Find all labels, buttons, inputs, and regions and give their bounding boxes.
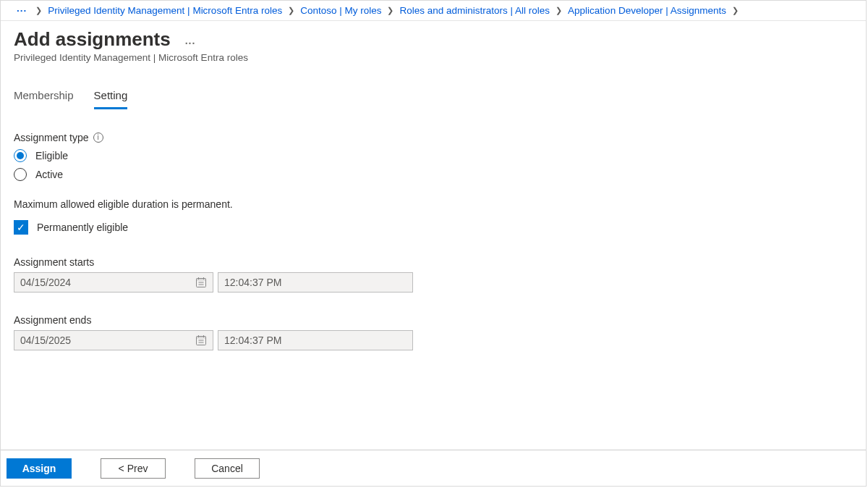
chevron-right-icon: ❯ xyxy=(553,7,565,14)
more-icon[interactable]: ··· xyxy=(185,30,196,49)
breadcrumb-link-roles[interactable]: Roles and administrators | All roles xyxy=(399,5,550,16)
assignment-starts-label: Assignment starts xyxy=(14,256,866,268)
tab-membership[interactable]: Membership xyxy=(14,85,74,109)
breadcrumb-link-contoso[interactable]: Contoso | My roles xyxy=(300,5,381,16)
breadcrumb-overflow[interactable]: ··· xyxy=(14,5,30,16)
content-area: Add assignments ··· Privileged Identity … xyxy=(1,21,866,350)
radio-eligible-label: Eligible xyxy=(35,150,68,161)
checkbox-checked-icon: ✓ xyxy=(14,220,28,235)
prev-button[interactable]: < Prev xyxy=(101,458,166,479)
breadcrumb-link-pim[interactable]: Privileged Identity Management | Microso… xyxy=(48,5,282,16)
assignment-type-label-row: Assignment type i xyxy=(14,132,866,143)
svg-rect-1 xyxy=(197,279,206,281)
assignment-starts-time-value: 12:04:37 PM xyxy=(224,277,281,288)
app-frame: ··· ❯ Privileged Identity Management | M… xyxy=(0,0,867,487)
footer-bar: Assign < Prev Cancel xyxy=(1,450,866,486)
duration-note: Maximum allowed eligible duration is per… xyxy=(14,198,866,210)
assignment-ends-date[interactable]: 04/15/2025 xyxy=(14,330,213,350)
assignment-ends-time[interactable]: 12:04:37 PM xyxy=(218,330,413,350)
title-row: Add assignments ··· xyxy=(14,28,866,51)
radio-icon xyxy=(14,149,27,162)
assignment-starts-time[interactable]: 12:04:37 PM xyxy=(218,272,413,293)
calendar-icon xyxy=(195,277,207,288)
breadcrumb-link-appdev[interactable]: Application Developer | Assignments xyxy=(568,5,726,16)
breadcrumb: ··· ❯ Privileged Identity Management | M… xyxy=(1,1,866,21)
calendar-icon xyxy=(195,335,207,346)
assignment-starts-group: Assignment starts 04/15/2024 12:04:37 PM xyxy=(14,256,866,293)
svg-rect-7 xyxy=(197,337,206,339)
cancel-button[interactable]: Cancel xyxy=(195,458,260,479)
assignment-ends-group: Assignment ends 04/15/2025 12:04:37 PM xyxy=(14,314,866,350)
tab-setting[interactable]: Setting xyxy=(94,85,128,109)
checkbox-permanently-eligible-label: Permanently eligible xyxy=(37,222,128,233)
assignment-ends-label: Assignment ends xyxy=(14,314,866,326)
radio-active[interactable]: Active xyxy=(14,168,866,181)
assignment-type-group: Assignment type i Eligible Active Maximu… xyxy=(14,132,866,235)
chevron-right-icon: ❯ xyxy=(33,7,45,14)
chevron-right-icon: ❯ xyxy=(384,7,396,14)
assignment-starts-date[interactable]: 04/15/2024 xyxy=(14,272,213,293)
assignment-ends-time-value: 12:04:37 PM xyxy=(224,335,281,346)
checkbox-permanently-eligible[interactable]: ✓ Permanently eligible xyxy=(14,220,866,235)
chevron-right-icon: ❯ xyxy=(729,7,741,14)
chevron-right-icon: ❯ xyxy=(285,7,297,14)
radio-active-label: Active xyxy=(35,169,63,180)
page-title: Add assignments xyxy=(14,28,171,51)
info-icon[interactable]: i xyxy=(93,132,103,143)
radio-icon xyxy=(14,168,27,181)
assignment-type-label: Assignment type xyxy=(14,132,89,143)
page-subtitle: Privileged Identity Management | Microso… xyxy=(14,52,866,63)
assignment-ends-date-value: 04/15/2025 xyxy=(20,335,71,346)
radio-eligible[interactable]: Eligible xyxy=(14,149,866,162)
assignment-starts-date-value: 04/15/2024 xyxy=(20,277,71,288)
tab-bar: Membership Setting xyxy=(14,85,866,110)
assign-button[interactable]: Assign xyxy=(7,458,72,479)
